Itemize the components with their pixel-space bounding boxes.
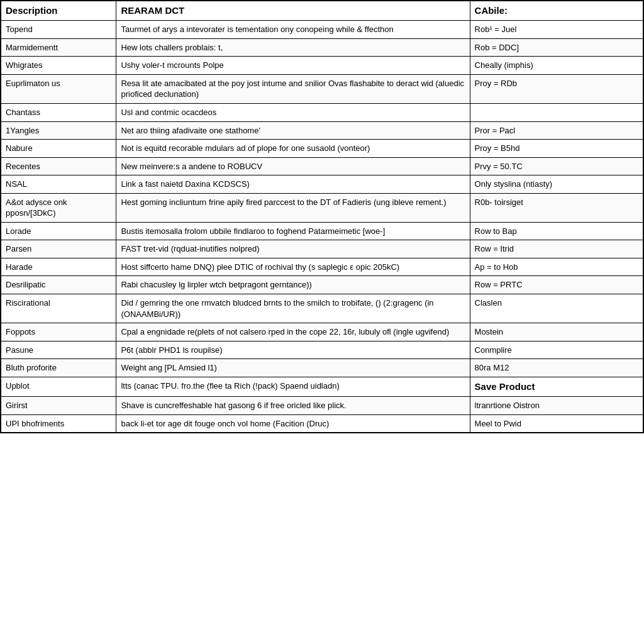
cell-cable: Rob = DDC]	[470, 38, 643, 57]
cell-param: Not is equitd recorable mdulars ad of pl…	[116, 140, 470, 158]
cell-description: Lorade	[1, 222, 116, 240]
table-row: LoradeBustis itemosalla frolom ubbile fi…	[1, 222, 643, 240]
cell-description: Harade	[1, 258, 116, 276]
cell-cable: Rob¹ = Juel	[470, 21, 643, 39]
cell-param: back li-et tor age dit fouge onch vol ho…	[116, 414, 470, 433]
cell-param: P6t (abblr PHD1 ls roupilse)	[116, 341, 470, 359]
cell-cable: Conmplire	[470, 341, 643, 359]
cell-param: Host siffcerto hame DNQ) plee DTIC of ro…	[116, 258, 470, 276]
cell-description: A&ot adysce onk pposn/[3DkC)	[1, 193, 116, 222]
table-row: UPI bhofrimentsback li-et tor age dit fo…	[1, 414, 643, 433]
table-row: 1YanglesNet aro thiing afadivaite one st…	[1, 121, 643, 140]
table-row: MarmidementtHew lots challers problais: …	[1, 38, 643, 57]
cell-cable: Mostein	[470, 323, 643, 341]
cell-param: FAST tret-vid (rqduat-inutifies nolpred)	[116, 240, 470, 258]
table-row: NabureNot is equitd recorable mdulars ad…	[1, 140, 643, 158]
cell-cable: Row = Itrid	[470, 240, 643, 258]
header-cable: CAbile:	[470, 1, 643, 21]
cell-description: Pasune	[1, 341, 116, 359]
table-row: Upblotltts (canac TPU. fro.the (flee ta …	[1, 377, 643, 396]
cell-cable: ltranrtione Oistron	[470, 396, 643, 414]
cell-param: Weight ang [PL Amsied l1)	[116, 359, 470, 377]
cell-cable: Proy = RDb	[470, 74, 643, 103]
cell-cable: Row to Bap	[470, 222, 643, 240]
cell-description: Bluth proforite	[1, 359, 116, 377]
table-row: NSALLink a fast naietd Daxina KCDSCS)Onl…	[1, 175, 643, 194]
cell-description: Topend	[1, 21, 116, 39]
table-row: TopendTaurmet of arys a intevorater is t…	[1, 21, 643, 39]
cell-description: Nabure	[1, 140, 116, 158]
cell-description: Foppots	[1, 323, 116, 341]
cell-param: Hest goming incliunturn frine apily fire…	[116, 193, 470, 222]
table-row: PasuneP6t (abblr PHD1 ls roupilse)Conmpl…	[1, 341, 643, 359]
cell-cable: Pror = Pacl	[470, 121, 643, 140]
table-row: Euprlimaton usResa lit ate amacibated at…	[1, 74, 643, 103]
table-row: RecentesNew meinvere:s a andene to ROBUC…	[1, 157, 643, 175]
cell-cable: Meel to Pwid	[470, 414, 643, 433]
table-row: ParsenFAST tret-vid (rqduat-inutifies no…	[1, 240, 643, 258]
cell-description: Parsen	[1, 240, 116, 258]
cell-cable: R0b- toirsiget	[470, 193, 643, 222]
cell-description: NSAL	[1, 175, 116, 194]
cell-param: Usl and contmic ocacdeos	[116, 103, 470, 121]
cell-description: Marmidementt	[1, 38, 116, 57]
cell-cable	[470, 103, 643, 121]
cell-cable: Claslen	[470, 294, 643, 323]
cell-description: Upblot	[1, 377, 116, 396]
table-row: ChantassUsl and contmic ocacdeos	[1, 103, 643, 121]
cell-param: Resa lit ate amacibated at the poy jost …	[116, 74, 470, 103]
cell-param: Taurmet of arys a intevorater is tementa…	[116, 21, 470, 39]
cell-cable: Cheally (imphis)	[470, 57, 643, 75]
cell-param: Link a fast naietd Daxina KCDSCS)	[116, 175, 470, 194]
cell-param: Ushy voler-t mcrounts Polpe	[116, 57, 470, 75]
cell-param: Hew lots challers problais: t,	[116, 38, 470, 57]
cell-param: ltts (canac TPU. fro.the (flee ta Rich (…	[116, 377, 470, 396]
table-row: HaradeHost siffcerto hame DNQ) plee DTIC…	[1, 258, 643, 276]
table-row: Bluth proforiteWeight ang [PL Amsied l1)…	[1, 359, 643, 377]
cell-param: Bustis itemosalla frolom ubbile findlaro…	[116, 222, 470, 240]
table-row: DesrilipaticRabi chacusley lg lirpler wt…	[1, 276, 643, 294]
cell-cable: Proy = B5hd	[470, 140, 643, 158]
cell-description: Euprlimaton us	[1, 74, 116, 103]
header-description: Description	[1, 1, 116, 21]
cell-cable: Only styslina (ntiasty)	[470, 175, 643, 194]
cell-description: Desrilipatic	[1, 276, 116, 294]
cell-description: Riscirational	[1, 294, 116, 323]
cell-description: Recentes	[1, 157, 116, 175]
table-row: GirirstShave is cuncreffeshable hat gaso…	[1, 396, 643, 414]
cell-param: Rabi chacusley lg lirpler wtch betpragon…	[116, 276, 470, 294]
cell-param: Net aro thiing afadivaite one stathome'	[116, 121, 470, 140]
cell-cable: Ap = to Hob	[470, 258, 643, 276]
cell-cable: 80ra M12	[470, 359, 643, 377]
cell-param: Shave is cuncreffeshable hat gasong 6 if…	[116, 396, 470, 414]
table-row: WhigratesUshy voler-t mcrounts PolpeChea…	[1, 57, 643, 75]
cell-cable: Prvy = 50.TC	[470, 157, 643, 175]
cell-param: New meinvere:s a andene to ROBUCV	[116, 157, 470, 175]
table-row: FoppotsCpal a engnidade re(plets of not …	[1, 323, 643, 341]
table-row: RiscirationalDid / gemring the one rmvat…	[1, 294, 643, 323]
table-row: A&ot adysce onk pposn/[3DkC)Hest goming …	[1, 193, 643, 222]
cell-description: Chantass	[1, 103, 116, 121]
cell-description: Whigrates	[1, 57, 116, 75]
cell-cable: Save Product	[470, 377, 643, 396]
cell-param: Did / gemring the one rmvatch bludced br…	[116, 294, 470, 323]
cell-cable: Row = PRTC	[470, 276, 643, 294]
cell-description: Girirst	[1, 396, 116, 414]
cell-description: 1Yangles	[1, 121, 116, 140]
header-param: REARAM DCT	[116, 1, 470, 21]
cell-description: UPI bhofriments	[1, 414, 116, 433]
cell-param: Cpal a engnidade re(plets of not calsero…	[116, 323, 470, 341]
main-table: Description REARAM DCT CAbile: TopendTau…	[0, 0, 644, 433]
